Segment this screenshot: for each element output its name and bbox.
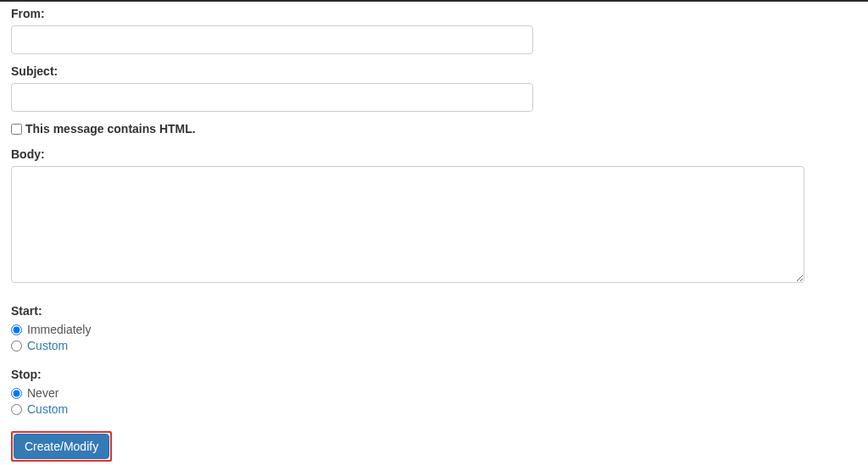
- stop-radio-group: Never Custom: [11, 386, 857, 416]
- stop-never-row: Never: [11, 386, 857, 400]
- stop-never-label: Never: [27, 386, 58, 400]
- stop-section: Stop: Never Custom: [11, 368, 857, 416]
- from-label: From:: [11, 7, 857, 20]
- html-checkbox-label: This message contains HTML.: [25, 122, 196, 136]
- from-input[interactable]: [11, 25, 533, 54]
- create-modify-button[interactable]: Create/Modify: [14, 434, 109, 459]
- start-immediately-radio[interactable]: [11, 324, 22, 335]
- stop-custom-row: Custom: [11, 402, 857, 416]
- stop-never-radio[interactable]: [11, 388, 22, 399]
- form-container: From: Subject: This message contains HTM…: [0, 2, 868, 465]
- body-group: Body:: [11, 147, 857, 285]
- html-checkbox-row: This message contains HTML.: [11, 122, 857, 136]
- subject-label: Subject:: [11, 64, 857, 78]
- body-textarea[interactable]: [11, 166, 804, 283]
- body-label: Body:: [11, 147, 857, 161]
- stop-custom-label[interactable]: Custom: [27, 402, 68, 416]
- start-label: Start:: [11, 304, 857, 318]
- start-section: Start: Immediately Custom: [11, 304, 857, 352]
- html-checkbox[interactable]: [11, 124, 22, 135]
- stop-label: Stop:: [11, 368, 857, 381]
- start-immediately-row: Immediately: [11, 323, 857, 336]
- submit-highlight-box: Create/Modify: [11, 431, 112, 462]
- start-custom-row: Custom: [11, 339, 857, 352]
- start-radio-group: Immediately Custom: [11, 323, 857, 352]
- from-group: From:: [11, 7, 857, 54]
- start-immediately-label: Immediately: [27, 323, 91, 336]
- subject-group: Subject:: [11, 64, 857, 112]
- start-custom-label[interactable]: Custom: [27, 339, 68, 352]
- subject-input[interactable]: [11, 83, 533, 112]
- stop-custom-radio[interactable]: [11, 404, 22, 415]
- start-custom-radio[interactable]: [11, 340, 22, 352]
